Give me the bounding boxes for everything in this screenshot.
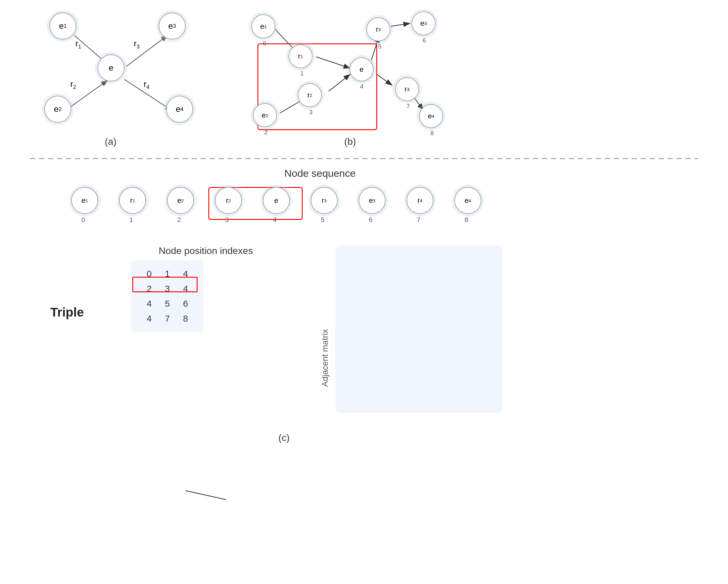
node-e2-b: e2 bbox=[253, 103, 277, 127]
cell-2-1: 5 bbox=[158, 296, 177, 311]
idx-e-b: 4 bbox=[360, 83, 363, 90]
seq-node-0: e1 bbox=[71, 187, 98, 214]
node-sequence-label: Node sequence bbox=[284, 167, 356, 179]
node-label: e bbox=[59, 21, 64, 31]
node-r4-b: r4 bbox=[395, 77, 419, 101]
index-table: 0 1 4 2 3 4 4 5 6 4 7 8 bbox=[131, 260, 204, 332]
seq-node-3: r2 bbox=[215, 187, 242, 214]
edge-r1-a: r1 bbox=[75, 39, 81, 50]
label-b: (b) bbox=[344, 136, 356, 147]
node-e-b: e bbox=[349, 57, 373, 81]
svg-line-9 bbox=[391, 23, 410, 26]
edge-r2-a: r2 bbox=[70, 79, 76, 90]
node-label: e bbox=[176, 104, 181, 114]
node-e4-a: e4 bbox=[166, 96, 193, 123]
svg-line-12 bbox=[376, 74, 392, 85]
seq-node-2: e2 bbox=[167, 187, 194, 214]
seq-node-5: r3 bbox=[311, 187, 338, 214]
seq-idx-5: 5 bbox=[321, 216, 324, 224]
idx-e4-b: 8 bbox=[431, 130, 434, 137]
node-r2-b: r2 bbox=[298, 83, 322, 107]
idx-r4-b: 7 bbox=[407, 103, 410, 110]
cell-2-0: 4 bbox=[140, 296, 158, 311]
table-row: 4 5 6 bbox=[140, 296, 194, 311]
seq-node-6: e3 bbox=[359, 187, 386, 214]
edge-r4-a: r4 bbox=[144, 79, 149, 90]
cell-3-0: 4 bbox=[140, 311, 158, 326]
idx-r2-b: 3 bbox=[309, 109, 313, 116]
node-e-a: e bbox=[98, 54, 125, 81]
idx-r1-b: 1 bbox=[300, 70, 304, 77]
seq-idx-0: 0 bbox=[81, 216, 85, 224]
seq-node-7: r4 bbox=[407, 187, 434, 214]
node-e3-b: e3 bbox=[412, 11, 436, 35]
idx-r3-b: 5 bbox=[378, 43, 381, 50]
node-position-label: Node position indexes bbox=[159, 245, 253, 257]
adjacent-matrix bbox=[335, 245, 503, 413]
cell-3-1: 7 bbox=[158, 311, 177, 326]
red-rect-row bbox=[132, 277, 198, 292]
node-e1-a: e1 bbox=[49, 12, 76, 39]
node-e3-a: e3 bbox=[159, 12, 186, 39]
idx-e2-b: 2 bbox=[264, 129, 268, 136]
adj-grid bbox=[341, 251, 497, 407]
node-e1-b: e1 bbox=[252, 15, 276, 38]
seq-node-1: r1 bbox=[119, 187, 146, 214]
cell-3-2: 8 bbox=[176, 311, 194, 326]
seq-idx-6: 6 bbox=[369, 216, 372, 224]
seq-idx-7: 7 bbox=[417, 216, 420, 224]
node-label: e bbox=[109, 63, 113, 73]
svg-line-15 bbox=[186, 490, 226, 500]
triple-label: Triple bbox=[50, 305, 84, 320]
cell-2-2: 6 bbox=[176, 296, 194, 311]
position-table: 0 1 4 2 3 4 4 5 6 4 7 8 bbox=[140, 266, 194, 326]
seq-idx-8: 8 bbox=[465, 216, 468, 224]
edge-r3-a: r3 bbox=[134, 39, 139, 50]
seq-idx-2: 2 bbox=[177, 216, 181, 224]
svg-line-4 bbox=[126, 35, 167, 67]
seq-idx-3: 3 bbox=[225, 216, 229, 224]
label-a: (a) bbox=[105, 136, 116, 147]
node-e4-b: e4 bbox=[419, 104, 443, 128]
node-r1-b: r1 bbox=[289, 44, 313, 68]
node-label: e bbox=[54, 104, 59, 114]
seq-idx-4: 4 bbox=[273, 216, 277, 224]
node-r3-b: r3 bbox=[366, 17, 390, 41]
node-label: e bbox=[168, 21, 173, 31]
idx-e3-b: 6 bbox=[423, 37, 426, 44]
table-row: 4 7 8 bbox=[140, 311, 194, 326]
seq-idx-1: 1 bbox=[129, 216, 133, 224]
node-e2-a: e2 bbox=[44, 96, 71, 123]
label-c: (c) bbox=[278, 432, 289, 443]
seq-node-8: e4 bbox=[454, 187, 482, 214]
idx-e1-b: 0 bbox=[263, 40, 266, 47]
seq-node-4: e bbox=[263, 187, 290, 214]
adjacent-matrix-label: Adjacent matrix bbox=[320, 329, 330, 387]
